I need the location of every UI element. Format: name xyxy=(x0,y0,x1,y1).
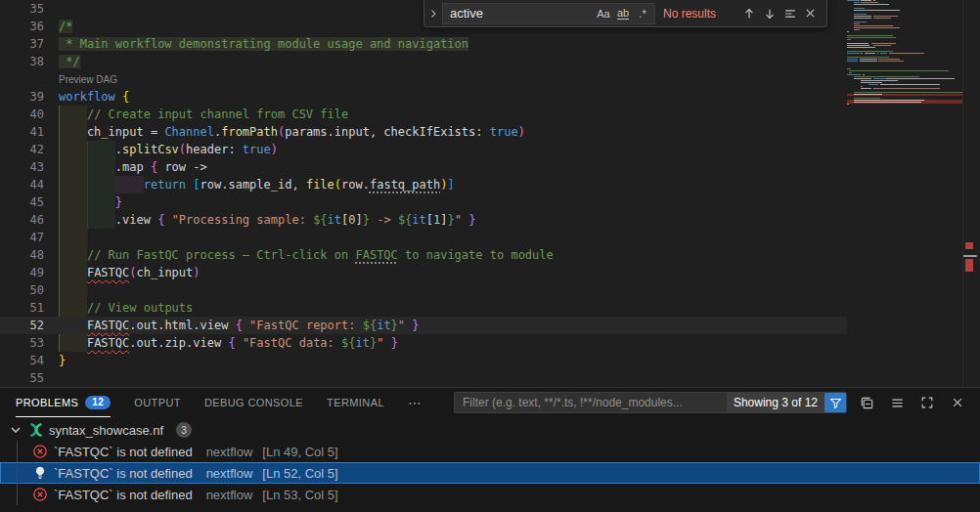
code-line[interactable]: 41 ch_input = Channel.fromPath(params.in… xyxy=(0,123,847,141)
tab-output[interactable]: OUTPUT xyxy=(134,388,181,417)
minimap-code-line xyxy=(854,18,871,19)
minimap-code-line xyxy=(849,72,853,73)
code-token: } xyxy=(59,354,66,367)
more-tabs-icon[interactable]: ⋯ xyxy=(408,395,423,410)
code-token: params.input, checkIfExists: xyxy=(285,125,490,139)
code-line[interactable]: 39workflow { xyxy=(0,88,847,106)
tab-label: OUTPUT xyxy=(134,397,181,408)
code-line[interactable]: 55 xyxy=(0,369,847,387)
panel-header: PROBLEMS12OUTPUTDEBUG CONSOLETERMINAL ⋯ … xyxy=(0,388,980,417)
code-token: FASTQC xyxy=(87,266,129,279)
code-line-content: // Create input channel from CSV file xyxy=(59,106,348,123)
collapse-all-icon[interactable] xyxy=(856,392,877,413)
file-name: syntax_showcase.nf xyxy=(49,423,163,438)
close-panel-icon[interactable] xyxy=(947,392,968,413)
find-input[interactable]: active Aa ab .* xyxy=(442,3,655,24)
find-next-icon[interactable] xyxy=(759,3,780,23)
line-number: 45 xyxy=(0,193,44,211)
find-query-text[interactable]: active xyxy=(450,6,594,21)
minimap-code-line xyxy=(878,61,903,62)
code-token: ch_input = xyxy=(59,125,164,139)
line-number: 39 xyxy=(0,88,44,106)
line-number: 42 xyxy=(0,141,44,158)
problem-row[interactable]: `FASTQC` is not definednextflow[Ln 53, C… xyxy=(0,484,980,505)
code-token: [ xyxy=(426,213,433,227)
editor[interactable]: 3536/*37 * Main workflow demonstrating m… xyxy=(0,0,980,387)
code-line[interactable]: 51 // View outputs xyxy=(0,299,847,317)
code-line-content: // View outputs xyxy=(59,299,193,317)
maximize-panel-icon[interactable] xyxy=(916,392,938,413)
minimap-code-line xyxy=(849,70,950,71)
filter-funnel-icon[interactable] xyxy=(824,392,846,413)
line-number: 53 xyxy=(0,334,44,352)
code-line[interactable]: 50 xyxy=(0,281,847,299)
find-in-selection-icon[interactable] xyxy=(780,3,800,23)
code-token: " xyxy=(398,319,412,332)
minimap-code-line xyxy=(854,25,893,26)
problem-source: nextflow xyxy=(206,466,253,481)
line-number: 43 xyxy=(0,158,44,176)
tab-terminal[interactable]: TERMINAL xyxy=(327,388,384,417)
code-line[interactable]: 45 } xyxy=(0,193,847,211)
minimap-code-line xyxy=(847,35,893,36)
code-line[interactable]: 52 FASTQC.out.html.view { "FastQC report… xyxy=(0,317,847,334)
codelens-preview-dag[interactable]: Preview DAG xyxy=(59,74,117,85)
problem-message: `FASTQC` is not defined xyxy=(54,466,193,481)
code-line[interactable]: 44 return [row.sample_id, file(row.fastq… xyxy=(0,176,847,193)
code-token: it xyxy=(377,319,390,332)
minimap-code-line xyxy=(847,37,896,38)
code-token: .map xyxy=(59,160,151,174)
code-line[interactable]: 46 .view { "Processing sample: ${it[0]} … xyxy=(0,211,847,229)
code-line[interactable]: 38 */ xyxy=(0,53,847,70)
match-case-icon[interactable]: Aa xyxy=(594,5,613,22)
code-line[interactable]: 53 FASTQC.out.zip.view { "FastQC data: $… xyxy=(0,334,847,352)
codelens-row[interactable]: Preview DAG xyxy=(0,70,847,88)
view-as-table-icon[interactable] xyxy=(886,392,908,413)
code-token: "FastQC data: xyxy=(243,336,341,350)
tab-problems[interactable]: PROBLEMS12 xyxy=(16,388,111,417)
minimap-code-line xyxy=(873,78,886,79)
problem-row[interactable]: `FASTQC` is not definednextflow[Ln 49, C… xyxy=(0,441,980,462)
code-line[interactable]: 49 FASTQC(ch_input) xyxy=(0,264,847,281)
minimap-code-line xyxy=(861,80,898,81)
code-token: ${ xyxy=(398,213,412,227)
minimap[interactable] xyxy=(847,0,962,387)
regex-icon[interactable]: .* xyxy=(633,5,652,22)
tab-debug-console[interactable]: DEBUG CONSOLE xyxy=(204,388,303,417)
code-lines[interactable]: 3536/*37 * Main workflow demonstrating m… xyxy=(0,0,847,387)
line-number: 47 xyxy=(0,229,44,246)
minimap-code-line xyxy=(847,68,851,69)
code-token: ${ xyxy=(363,319,377,332)
find-previous-icon[interactable] xyxy=(738,3,759,23)
code-line[interactable]: 48 // Run FastQC process – Ctrl-click on… xyxy=(0,246,847,264)
problems-file-row[interactable]: syntax_showcase.nf 3 xyxy=(0,419,980,441)
code-line[interactable]: 54} xyxy=(0,352,847,369)
problem-row[interactable]: `FASTQC` is not definednextflow[Ln 52, C… xyxy=(0,462,980,484)
code-token: ${ xyxy=(313,213,327,227)
whole-word-icon[interactable]: ab xyxy=(613,5,633,22)
code-line[interactable]: 47 xyxy=(0,229,847,246)
toggle-replace-icon[interactable] xyxy=(426,3,440,24)
chevron-down-icon[interactable] xyxy=(8,422,23,438)
code-line[interactable]: 42 .splitCsv(header: true) xyxy=(0,141,847,158)
minimap-code-line xyxy=(854,21,867,22)
code-line-content: return [row.sample_id, file(row.fastq_pa… xyxy=(59,176,455,193)
minimap-code-line xyxy=(847,57,889,58)
code-line[interactable]: 43 .map { row -> xyxy=(0,158,847,176)
problems-filter-input[interactable]: Filter (e.g. text, **/*.ts, !**/node_mod… xyxy=(454,392,847,413)
code-token: row. xyxy=(341,178,370,192)
close-find-icon[interactable] xyxy=(800,3,821,23)
minimap-code-line xyxy=(873,88,940,89)
minimap-code-line xyxy=(847,45,869,46)
code-token: } xyxy=(363,213,370,227)
code-line[interactable]: 40 // Create input channel from CSV file xyxy=(0,106,847,123)
code-line-content: .map { row -> xyxy=(59,158,207,176)
code-token xyxy=(59,195,115,209)
code-token: . xyxy=(59,143,122,156)
overview-ruler[interactable] xyxy=(962,0,980,387)
code-line[interactable]: 37 * Main workflow demonstrating module … xyxy=(0,35,847,53)
minimap-code-line xyxy=(861,86,863,87)
code-token: row -> xyxy=(157,160,207,174)
code-token: ${ xyxy=(341,336,355,350)
ruler-error-mark xyxy=(965,242,973,249)
